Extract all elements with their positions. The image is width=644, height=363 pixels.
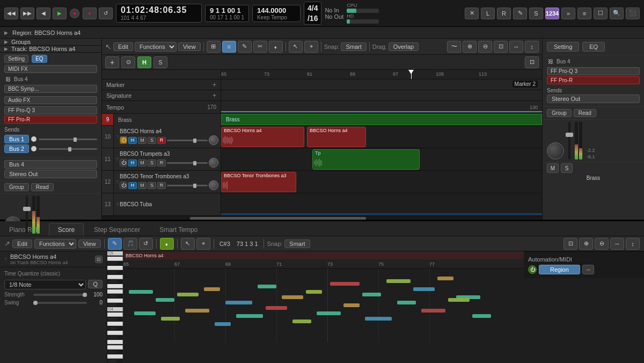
pr-loop-icon[interactable]: ↺ xyxy=(139,238,153,250)
pr-note-26[interactable] xyxy=(421,309,445,313)
pr-note-18[interactable] xyxy=(215,322,231,326)
mute-button-right[interactable]: M xyxy=(547,163,559,173)
ff-pro-q3-right[interactable]: FF Pro-Q 3 xyxy=(547,67,640,75)
pr-h-scroll-icon[interactable]: ↔ xyxy=(610,238,624,250)
time-signature[interactable]: 4/4 /16 xyxy=(304,2,321,24)
group-button-right[interactable]: Group xyxy=(547,109,572,117)
piano-key-g4[interactable] xyxy=(107,275,123,279)
pr-zoom-fit-icon[interactable]: ⊡ xyxy=(564,238,577,250)
audio-fx-label[interactable]: Audio FX xyxy=(4,96,97,104)
track-r-btn-12[interactable]: R xyxy=(157,182,166,189)
pr-note-16[interactable] xyxy=(161,317,180,321)
ff-pro-q3-plugin[interactable]: FF Pro-Q 3 xyxy=(4,106,97,114)
piano-key-gb4[interactable] xyxy=(107,280,117,283)
track-m-btn-10[interactable]: M xyxy=(138,137,147,144)
tempo-display[interactable]: 144.0000 Keep Tempo xyxy=(252,5,301,22)
pencil-icon-btn[interactable]: ✎ xyxy=(513,8,527,19)
q-button[interactable]: Q xyxy=(88,280,103,288)
eq-button-right[interactable]: EQ xyxy=(582,42,605,52)
pr-note-12[interactable] xyxy=(413,287,435,291)
zoom-in-icon[interactable]: ⊕ xyxy=(463,41,477,53)
edit-button-arr[interactable]: Edit xyxy=(113,42,133,51)
clip-trombones-1[interactable]: BBCSO Tenor Trombones a3 xyxy=(221,172,296,192)
bus1-button[interactable]: Bus 1 xyxy=(4,135,29,143)
right-main-knob[interactable] xyxy=(547,142,564,159)
time-display[interactable]: 01:02:48:06.35 101 4 4 67 xyxy=(116,4,202,23)
record-button[interactable]: ● xyxy=(83,8,97,19)
arr-arrow-icon[interactable]: ↖ xyxy=(105,42,112,51)
drag-value-arr[interactable]: Overlap xyxy=(389,42,419,51)
edit-button-pr[interactable]: Edit xyxy=(12,239,32,248)
setting-button-1[interactable]: Setting xyxy=(4,55,28,63)
list-icon-btn[interactable]: ≡ xyxy=(577,8,591,19)
track-fader-10[interactable] xyxy=(167,140,208,141)
s-mode-button[interactable]: S xyxy=(153,56,167,68)
track-h-btn-11[interactable]: H xyxy=(128,159,137,166)
pr-note-5[interactable] xyxy=(225,301,252,304)
tab-smart-tempo[interactable]: Smart Tempo xyxy=(150,223,207,236)
close-icon-btn[interactable]: ✕ xyxy=(465,8,479,19)
arr-scrollbar[interactable] xyxy=(102,216,542,220)
pr-cursor-icon[interactable]: ↖ xyxy=(181,238,195,250)
pr-track-options-icon[interactable]: ⊡ xyxy=(95,256,103,263)
track-m-btn-12[interactable]: M xyxy=(138,182,147,189)
zoom-out-icon[interactable]: ⊖ xyxy=(478,41,492,53)
clip-trumpets-1[interactable]: Tp xyxy=(312,149,420,170)
tab-step-sequencer[interactable]: Step Sequencer xyxy=(85,223,149,236)
piano-key-db4[interactable] xyxy=(107,303,117,306)
cursor-icon[interactable]: ↖ xyxy=(289,41,303,53)
add-track-button[interactable]: + xyxy=(105,56,119,68)
pr-note-10[interactable] xyxy=(362,293,381,296)
eq-button-1[interactable]: EQ xyxy=(32,55,47,63)
piano-key-c5[interactable]: C5 xyxy=(107,251,123,256)
piano-key-f3[interactable] xyxy=(107,340,123,344)
track-s-btn-11[interactable]: S xyxy=(148,159,156,166)
count-display[interactable]: 1234 xyxy=(545,8,559,19)
piano-key-e3[interactable] xyxy=(107,345,123,350)
pr-note-28[interactable] xyxy=(472,314,491,318)
pr-note-15[interactable] xyxy=(134,311,156,315)
ff-pro-r-right[interactable]: FF Pro-R xyxy=(547,76,640,84)
waveform-icon[interactable]: 〜 xyxy=(447,41,461,53)
pr-note-20[interactable] xyxy=(266,306,287,310)
track-r-btn-11[interactable]: R xyxy=(157,159,166,166)
rewind-button[interactable]: ◀◀ xyxy=(4,8,18,19)
bus1-fader[interactable] xyxy=(39,139,97,140)
stereo-out-button[interactable]: Stereo Out xyxy=(4,170,97,178)
pr-note-2[interactable] xyxy=(156,298,174,302)
main-fader[interactable] xyxy=(26,196,28,234)
midi-fx-label[interactable]: MIDI FX xyxy=(4,65,97,73)
piano-key-b4[interactable] xyxy=(107,257,123,261)
clip-horns-1[interactable]: BBCSO Horns a4 xyxy=(221,127,304,147)
track-s-btn-12[interactable]: S xyxy=(148,182,156,189)
read-button[interactable]: Read xyxy=(31,183,54,191)
pr-note-4[interactable] xyxy=(204,287,220,291)
strength-slider[interactable] xyxy=(33,294,87,296)
piano-key-eb4[interactable] xyxy=(107,295,117,297)
play-button[interactable]: ▶ xyxy=(53,8,67,19)
stereo-out-right[interactable]: Stereo Out xyxy=(547,95,640,103)
piano-key-ab3[interactable] xyxy=(107,327,117,330)
brass-clip[interactable]: Brass xyxy=(221,114,542,125)
pr-note-21[interactable] xyxy=(292,320,311,323)
bus4-out-button[interactable]: Bus 4 xyxy=(4,160,97,169)
pr-note-11[interactable] xyxy=(386,279,411,283)
piano-key-db3[interactable] xyxy=(107,360,117,362)
track-s-btn-10[interactable]: S xyxy=(148,137,156,144)
forward-button[interactable]: ▶▶ xyxy=(20,8,34,19)
piano-key-e4[interactable] xyxy=(107,289,123,294)
ff-pro-r-plugin[interactable]: FF Pro-R xyxy=(4,115,97,124)
pr-midi-icon[interactable]: 🎵 xyxy=(123,238,137,250)
piano-key-ab4[interactable] xyxy=(107,271,117,274)
piano-key-d3[interactable] xyxy=(107,354,123,359)
l-icon-btn[interactable]: L xyxy=(481,8,495,19)
track-power-icon-11[interactable]: ⏻ xyxy=(120,159,127,166)
piano-key-b3[interactable] xyxy=(107,313,123,317)
track-h-btn-10[interactable]: H xyxy=(128,137,137,144)
pr-pencil-icon[interactable]: ✎ xyxy=(108,238,122,250)
pr-lasso-icon[interactable]: ⌖ xyxy=(196,238,210,250)
pr-note-27[interactable] xyxy=(448,298,470,302)
bus2-fader[interactable] xyxy=(39,148,97,150)
pr-zoom-in-icon[interactable]: ⊕ xyxy=(579,238,593,250)
piano-key-a4[interactable] xyxy=(107,266,123,270)
